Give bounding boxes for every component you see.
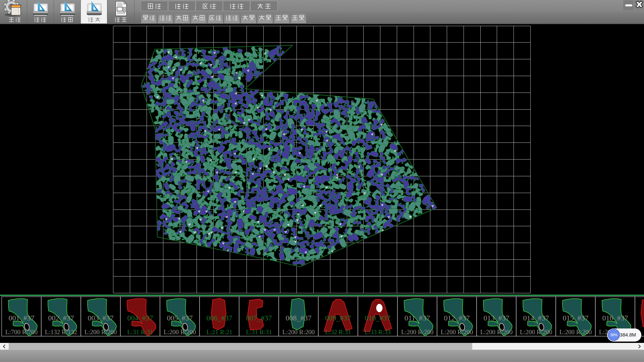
svg-text:015_#37: 015_#37 (563, 314, 589, 322)
svg-text:L:33 R:33: L:33 R:33 (365, 328, 391, 336)
svg-text:003_#37: 003_#37 (88, 314, 114, 322)
svg-text:005_#37: 005_#37 (167, 314, 193, 322)
svg-text:L:21 R:21: L:21 R:21 (206, 328, 232, 336)
svg-text:L:132 R:132: L:132 R:132 (45, 328, 77, 336)
svg-text:38%: 38% (610, 333, 618, 337)
svg-text:384.8M: 384.8M (620, 332, 636, 338)
svg-text:L:700 R:700: L:700 R:700 (5, 328, 38, 336)
svg-text:L:200 R:200: L:200 R:200 (85, 328, 117, 336)
svg-text:004_#37: 004_#37 (127, 314, 153, 322)
svg-text:L:31 R:31: L:31 R:31 (127, 328, 153, 336)
svg-text:L:200 R:200: L:200 R:200 (559, 328, 592, 336)
svg-text:016_#37: 016_#37 (602, 314, 628, 322)
svg-text:L:200 R:200: L:200 R:200 (401, 328, 434, 336)
svg-text:011_#37: 011_#37 (405, 314, 430, 322)
svg-text:L:200 R:200: L:200 R:200 (164, 328, 196, 336)
svg-text:007_#37: 007_#37 (246, 314, 272, 322)
svg-text:008_#37: 008_#37 (286, 314, 312, 322)
svg-text:L:31 R:31: L:31 R:31 (246, 328, 272, 336)
svg-text:014_#37: 014_#37 (523, 314, 549, 322)
svg-text:002_#37: 002_#37 (48, 314, 74, 322)
svg-text:009_#37: 009_#37 (325, 314, 351, 322)
svg-text:L:200 R:200: L:200 R:200 (520, 328, 552, 336)
svg-text:010_#37: 010_#37 (365, 314, 391, 322)
svg-text:L:32 R:31: L:32 R:31 (325, 328, 351, 336)
svg-text:L:200 R:200: L:200 R:200 (441, 328, 473, 336)
svg-text:001_#37: 001_#37 (9, 314, 35, 322)
svg-text:006_#37: 006_#37 (207, 314, 232, 322)
svg-text:L:200 R:200: L:200 R:200 (282, 328, 315, 336)
svg-text:L:200 R:200: L:200 R:200 (480, 328, 513, 336)
svg-text:013_#37: 013_#37 (484, 314, 509, 322)
svg-text:012_#37: 012_#37 (444, 314, 470, 322)
